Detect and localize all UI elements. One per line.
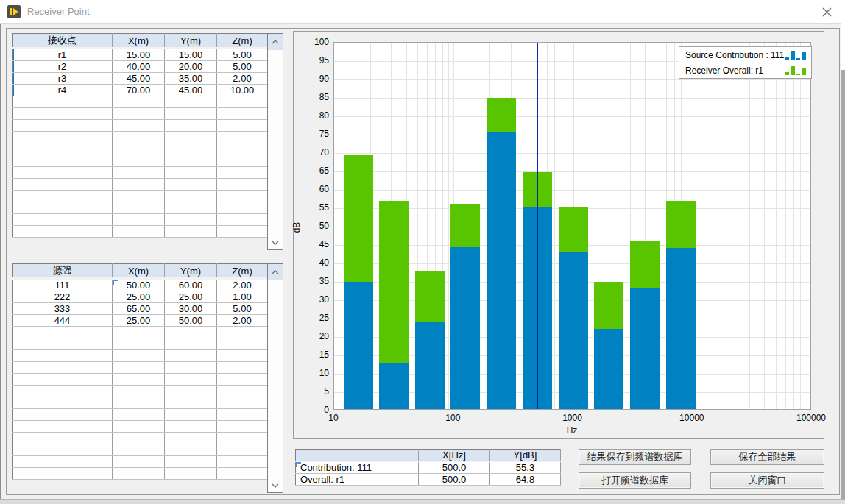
- table-cell[interactable]: 45.00: [113, 73, 165, 85]
- table-cell[interactable]: [217, 433, 268, 444]
- table-cell[interactable]: [113, 108, 165, 120]
- table-cell[interactable]: [165, 226, 217, 238]
- table-cell[interactable]: [113, 202, 165, 214]
- table-cell[interactable]: r3: [13, 73, 113, 85]
- table-cell[interactable]: 45.00: [165, 85, 217, 96]
- table-cell[interactable]: [217, 374, 268, 386]
- table-cell[interactable]: [113, 456, 165, 468]
- table-cell[interactable]: [217, 456, 268, 468]
- table-cell[interactable]: [113, 143, 165, 155]
- table-cell[interactable]: 20.00: [165, 61, 217, 73]
- table-cell[interactable]: [217, 179, 268, 191]
- table-cell[interactable]: [217, 409, 268, 421]
- table-cell[interactable]: [165, 409, 217, 421]
- table-cell[interactable]: 222: [13, 291, 113, 303]
- table-cell[interactable]: [165, 433, 217, 444]
- table-cell[interactable]: [165, 374, 217, 386]
- table-cell[interactable]: [217, 421, 268, 433]
- table-cell[interactable]: [165, 456, 217, 468]
- close-window-button[interactable]: 关闭窗口: [710, 472, 824, 489]
- scroll-down-icon[interactable]: [268, 237, 283, 249]
- table-cell[interactable]: [13, 167, 113, 179]
- table-cell[interactable]: [13, 155, 113, 167]
- table-cell[interactable]: [13, 214, 113, 226]
- table-cell[interactable]: [165, 397, 217, 409]
- table-cell[interactable]: [217, 96, 268, 108]
- table-cell[interactable]: 444: [13, 315, 113, 327]
- table-cell[interactable]: r2: [13, 61, 113, 73]
- table-cell[interactable]: [13, 456, 113, 468]
- table-cell[interactable]: [13, 108, 113, 120]
- table-cell[interactable]: [165, 468, 217, 480]
- table-cell[interactable]: [13, 96, 113, 108]
- table-cell[interactable]: [13, 433, 113, 444]
- table-cell[interactable]: [13, 468, 113, 480]
- table-cell[interactable]: [113, 444, 165, 456]
- table-cell[interactable]: [113, 362, 165, 374]
- table-cell[interactable]: [113, 397, 165, 409]
- table-cell[interactable]: [113, 409, 165, 421]
- plot-area[interactable]: [333, 42, 811, 410]
- table-cell[interactable]: [165, 132, 217, 143]
- table-cell[interactable]: [13, 327, 113, 338]
- table-cell[interactable]: [13, 409, 113, 421]
- table-cell[interactable]: [217, 155, 268, 167]
- table-cell[interactable]: [113, 468, 165, 480]
- table-cell[interactable]: 500.0: [419, 461, 490, 474]
- table-cell[interactable]: [113, 350, 165, 362]
- table-cell[interactable]: 55.3: [490, 461, 561, 474]
- table-cell[interactable]: [217, 338, 268, 350]
- receiver-point-table[interactable]: 接收点X(m)Y(m)Z(m)r115.0015.005.00r240.0020…: [12, 33, 268, 238]
- table-cell[interactable]: 333: [13, 303, 113, 315]
- table-cell[interactable]: [113, 421, 165, 433]
- table-cell[interactable]: [113, 338, 165, 350]
- table-cell[interactable]: [13, 143, 113, 155]
- table-cell[interactable]: [165, 120, 217, 132]
- table-cell[interactable]: [217, 132, 268, 143]
- legend-entry-overall[interactable]: Receiver Overall: r1: [679, 63, 811, 78]
- table-cell[interactable]: [113, 327, 165, 338]
- table-cell[interactable]: [165, 96, 217, 108]
- table-cell[interactable]: 111: [13, 279, 113, 291]
- table-cell[interactable]: [217, 362, 268, 374]
- table-cell[interactable]: [165, 191, 217, 202]
- receiver-table-scrollbar[interactable]: [267, 33, 283, 250]
- table-cell[interactable]: [165, 444, 217, 456]
- table-cell[interactable]: [217, 191, 268, 202]
- table-cell[interactable]: [13, 202, 113, 214]
- table-cell[interactable]: [217, 444, 268, 456]
- table-cell[interactable]: [165, 362, 217, 374]
- table-cell[interactable]: [113, 132, 165, 143]
- table-cell[interactable]: r4: [13, 85, 113, 96]
- table-cell[interactable]: 25.00: [113, 315, 165, 327]
- table-cell[interactable]: [165, 143, 217, 155]
- table-cell[interactable]: [113, 386, 165, 397]
- table-cell[interactable]: [165, 108, 217, 120]
- table-cell[interactable]: [165, 350, 217, 362]
- table-cell[interactable]: [113, 226, 165, 238]
- table-cell[interactable]: Contribution: 111: [296, 461, 419, 474]
- table-cell[interactable]: 40.00: [113, 61, 165, 73]
- table-cell[interactable]: [217, 108, 268, 120]
- table-cell[interactable]: [13, 362, 113, 374]
- table-cell[interactable]: 65.00: [113, 303, 165, 315]
- table-cell[interactable]: 2.00: [217, 315, 268, 327]
- table-cell[interactable]: [165, 421, 217, 433]
- table-cell[interactable]: [217, 386, 268, 397]
- source-table-scrollbar[interactable]: [267, 263, 283, 493]
- table-cell[interactable]: 500.0: [419, 474, 490, 486]
- table-cell[interactable]: [165, 386, 217, 397]
- table-cell[interactable]: [13, 350, 113, 362]
- table-cell[interactable]: [165, 327, 217, 338]
- cursor-readout-table[interactable]: X[Hz]Y[dB]Contribution: 111500.055.3Over…: [295, 449, 561, 486]
- table-cell[interactable]: [113, 120, 165, 132]
- table-cell[interactable]: [13, 191, 113, 202]
- table-cell[interactable]: 15.00: [113, 49, 165, 61]
- scroll-up-icon[interactable]: [268, 34, 283, 50]
- scroll-down-icon[interactable]: [268, 480, 283, 491]
- table-cell[interactable]: [165, 214, 217, 226]
- table-cell[interactable]: [13, 179, 113, 191]
- save-results-to-spectrum-db-button[interactable]: 结果保存到频谱数据库: [579, 449, 691, 465]
- table-cell[interactable]: [13, 397, 113, 409]
- table-cell[interactable]: [113, 179, 165, 191]
